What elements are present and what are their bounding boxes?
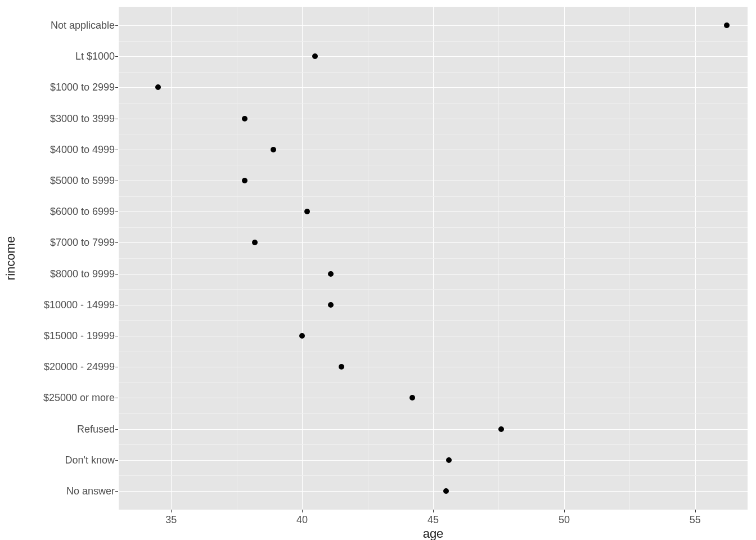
x-tick-label: 40 — [296, 514, 308, 526]
grid-major-h — [119, 150, 748, 150]
grid-major-h — [119, 25, 748, 26]
grid-minor-h — [119, 227, 748, 228]
data-point — [498, 426, 504, 432]
data-point — [339, 364, 344, 370]
y-tick-label: Refused — [77, 423, 115, 435]
grid-minor-h — [119, 165, 748, 165]
y-tick-label: Not applicable — [51, 20, 115, 32]
data-point — [446, 457, 452, 463]
y-tick-mark — [115, 150, 118, 150]
data-point — [724, 22, 730, 28]
y-tick-mark — [115, 460, 118, 461]
grid-minor-h — [119, 41, 748, 42]
data-point — [312, 53, 318, 59]
grid-minor-h — [119, 72, 748, 73]
y-tick-mark — [115, 25, 118, 26]
grid-minor-h — [119, 196, 748, 197]
grid-major-h — [119, 212, 748, 212]
y-tick-mark — [115, 305, 118, 305]
grid-major-h — [119, 398, 748, 398]
y-tick-label: No answer — [66, 485, 115, 497]
grid-major-h — [119, 429, 748, 430]
data-point — [410, 395, 415, 400]
y-tick-mark — [115, 398, 118, 398]
grid-minor-h — [119, 289, 748, 290]
data-point — [271, 147, 276, 152]
grid-minor-h — [119, 352, 748, 352]
y-tick-mark — [115, 56, 118, 57]
x-tick-mark — [302, 510, 303, 512]
x-tick-label: 45 — [428, 514, 439, 526]
data-point — [155, 84, 161, 90]
y-tick-label: $15000 - 19999 — [44, 330, 115, 341]
y-tick-mark — [115, 181, 118, 181]
data-point — [328, 271, 334, 277]
y-tick-label: $3000 to 3999 — [50, 112, 115, 124]
y-tick-label: $8000 to 9999 — [50, 268, 115, 280]
data-point — [242, 178, 248, 183]
plot-panel — [119, 7, 748, 510]
y-tick-label: Lt $1000 — [75, 51, 115, 62]
x-tick-label: 50 — [559, 514, 570, 526]
grid-minor-h — [119, 103, 748, 104]
grid-minor-h — [119, 320, 748, 321]
x-tick-mark — [433, 510, 434, 512]
y-tick-mark — [115, 242, 118, 243]
grid-major-h — [119, 367, 748, 367]
grid-minor-h — [119, 134, 748, 134]
y-tick-label: Don't know — [65, 454, 115, 466]
y-tick-mark — [115, 491, 118, 492]
data-point — [328, 302, 334, 308]
y-tick-mark — [115, 274, 118, 274]
grid-minor-h — [119, 382, 748, 383]
data-point — [252, 240, 258, 245]
dot-chart: rincome age Not applicableLt $1000$1000 … — [0, 0, 756, 540]
y-tick-mark — [115, 367, 118, 367]
y-tick-label: $1000 to 2999 — [50, 82, 115, 93]
x-tick-label: 55 — [690, 514, 701, 526]
y-tick-mark — [115, 429, 118, 430]
y-tick-label: $25000 or more — [43, 392, 115, 404]
data-point — [242, 116, 248, 122]
grid-major-h — [119, 119, 748, 119]
y-tick-label: $20000 - 24999 — [44, 361, 115, 373]
y-tick-label: $10000 - 14999 — [44, 299, 115, 310]
y-tick-mark — [115, 87, 118, 88]
y-tick-mark — [115, 212, 118, 212]
data-point — [299, 333, 305, 339]
y-tick-mark — [115, 119, 118, 119]
y-tick-label: $7000 to 7999 — [50, 237, 115, 249]
grid-major-h — [119, 305, 748, 305]
grid-minor-h — [119, 258, 748, 259]
x-tick-label: 35 — [165, 514, 177, 526]
y-axis-title: rincome — [2, 7, 19, 510]
grid-minor-h — [119, 475, 748, 476]
x-axis-title: age — [119, 526, 748, 540]
grid-major-h — [119, 491, 748, 492]
y-tick-label: $4000 to 4999 — [50, 143, 115, 155]
grid-major-h — [119, 460, 748, 461]
grid-major-h — [119, 87, 748, 88]
grid-major-h — [119, 181, 748, 181]
grid-minor-h — [119, 413, 748, 414]
data-point — [304, 209, 310, 214]
x-tick-mark — [171, 510, 172, 512]
data-point — [443, 488, 449, 494]
y-tick-mark — [115, 336, 118, 336]
x-tick-mark — [695, 510, 696, 512]
y-tick-label: $6000 to 6999 — [50, 206, 115, 218]
grid-major-h — [119, 56, 748, 57]
grid-major-h — [119, 242, 748, 243]
y-tick-label: $5000 to 5999 — [50, 175, 115, 187]
grid-major-h — [119, 274, 748, 274]
grid-major-h — [119, 336, 748, 336]
x-tick-mark — [564, 510, 565, 512]
grid-minor-h — [119, 444, 748, 445]
